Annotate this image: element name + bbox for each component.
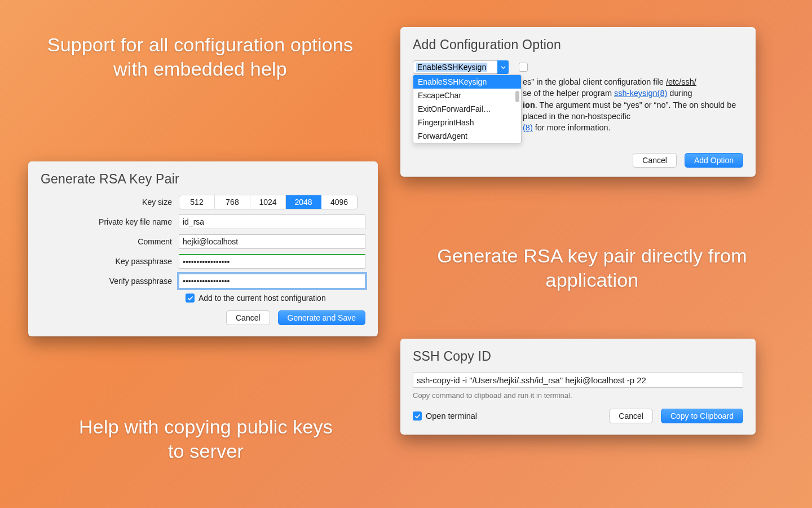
help-link[interactable]: (8) [523, 123, 533, 132]
scrollbar-thumb[interactable] [515, 91, 519, 102]
config-option-combo[interactable]: EnableSSHKeysign EnableSSHKeysign Escape… [413, 60, 509, 74]
key-size-2048[interactable]: 2048 [286, 195, 321, 209]
add-to-host-label: Add to the current host configuration [198, 294, 326, 303]
dropdown-item[interactable]: ExitOnForwardFail… [413, 102, 521, 116]
key-size-768[interactable]: 768 [215, 195, 250, 209]
add-option-button[interactable]: Add Option [685, 153, 743, 168]
label-passphrase: Key passphrase [41, 257, 179, 266]
key-size-4096[interactable]: 4096 [321, 195, 357, 209]
copy-to-clipboard-button[interactable]: Copy to Clipboard [661, 409, 743, 423]
generate-rsa-dialog: Generate RSA Key Pair Key size 512 768 1… [28, 161, 378, 336]
caption-copy-keys: Help with copying public keys to server [79, 415, 333, 463]
ssh-copy-id-dialog: SSH Copy ID Copy command to clipboad and… [400, 339, 756, 435]
cancel-button[interactable]: Cancel [609, 409, 653, 423]
caption-generate-rsa: Generate RSA key pair directly from appl… [429, 244, 756, 292]
add-to-host-checkbox[interactable] [186, 294, 195, 303]
filename-input[interactable] [179, 214, 365, 229]
cancel-button[interactable]: Cancel [226, 310, 270, 325]
ssh-copy-command-input[interactable] [413, 372, 743, 388]
label-filename: Private key file name [41, 217, 179, 226]
dialog-title: SSH Copy ID [413, 349, 743, 364]
open-terminal-checkbox[interactable] [413, 411, 422, 421]
label-key-size: Key size [41, 198, 179, 207]
dialog-title: Add Configuration Option [413, 37, 743, 52]
key-size-1024[interactable]: 1024 [250, 195, 286, 209]
generate-save-button[interactable]: Generate and Save [278, 310, 365, 325]
label-verify: Verify passphrase [41, 277, 179, 286]
dropdown-item[interactable]: EnableSSHKeysign [413, 75, 521, 89]
label-comment: Comment [41, 237, 179, 246]
cancel-button[interactable]: Cancel [633, 153, 677, 168]
passphrase-input[interactable] [179, 254, 365, 269]
hint-text: Copy command to clipboad and run it in t… [413, 391, 743, 400]
config-option-checkbox[interactable] [519, 63, 528, 72]
ssh-keysign-link[interactable]: ssh-keysign(8) [614, 89, 667, 98]
caption-config-help: Support for all configuration options wi… [42, 33, 358, 81]
add-config-option-dialog: Add Configuration Option EnableSSHKeysig… [400, 27, 756, 177]
key-size-512[interactable]: 512 [179, 195, 215, 209]
dropdown-item[interactable]: EscapeChar [413, 89, 521, 102]
dialog-title: Generate RSA Key Pair [41, 172, 365, 187]
dropdown-item[interactable]: ForwardAgent [413, 129, 521, 143]
key-size-segmented[interactable]: 512 768 1024 2048 4096 [179, 195, 358, 209]
verify-passphrase-input[interactable] [179, 274, 365, 288]
combo-value: EnableSSHKeysign [416, 63, 487, 72]
comment-input[interactable] [179, 234, 365, 249]
open-terminal-label: Open terminal [426, 411, 477, 421]
chevron-down-icon[interactable] [497, 60, 509, 74]
config-option-dropdown[interactable]: EnableSSHKeysign EscapeChar ExitOnForwar… [413, 75, 522, 143]
dropdown-item[interactable]: FingerprintHash [413, 116, 521, 129]
